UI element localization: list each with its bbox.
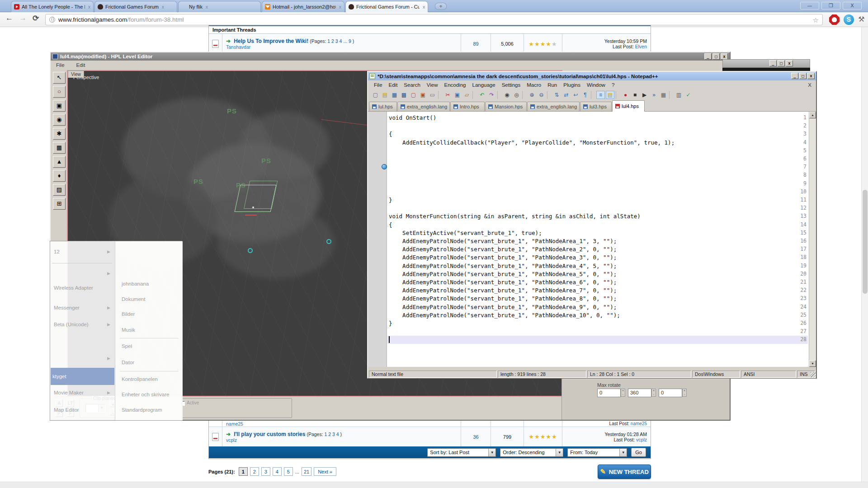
npp-doc-tab-extra-english-lang[interactable]: extra_english.lang	[397, 102, 450, 111]
areas-tool-icon[interactable]: ▦	[53, 142, 66, 154]
line-number[interactable]: 26	[793, 320, 807, 326]
scroll-down-arrow[interactable]: ▼	[809, 360, 816, 367]
page-button-4[interactable]: 4	[273, 467, 282, 476]
line-number[interactable]: 28	[793, 336, 807, 343]
line-number[interactable]: 5	[793, 147, 807, 154]
npp-doc-tab-extra-english-lang[interactable]: extra_english.lang	[527, 102, 580, 111]
browser-minimize-button[interactable]: —	[800, 2, 819, 9]
spinner-buttons[interactable]: +-	[682, 389, 687, 397]
browser-tab-5[interactable]: Frictional Games Forum - Custox	[345, 1, 428, 12]
start-menu-item-dokument[interactable]: Dokument	[122, 295, 180, 303]
selected-entity-wireframe[interactable]	[235, 185, 277, 212]
line-number[interactable]: 4	[793, 139, 807, 145]
start-menu-item-12[interactable]: 12▶	[52, 247, 113, 256]
browser-tab-1[interactable]: All The Lonely People - The Bex	[11, 1, 94, 12]
start-menu-item-johnbanana[interactable]: johnbanana	[122, 279, 180, 288]
line-number[interactable]: 17	[793, 246, 807, 252]
browser-tab-3[interactable]: Ny flikx	[178, 1, 261, 12]
find-icon[interactable]: ◉	[503, 91, 511, 99]
indent-guide-icon[interactable]: ▤	[606, 91, 614, 99]
line-number[interactable]: 16	[793, 238, 807, 244]
thread-rating-stars[interactable]: ★★★★★	[524, 427, 562, 446]
npp-menu-search[interactable]: Search	[401, 82, 423, 88]
thread-title-link[interactable]: I'll play your custom stories	[234, 431, 305, 437]
start-menu-item-blank[interactable]: ▶	[52, 269, 113, 278]
start-menu-item-spel[interactable]: Spel	[122, 342, 180, 350]
browser-tab-4[interactable]: Hotmail - john_larsson2@hotmx	[262, 1, 344, 12]
primitives-tool-icon[interactable]: ▲	[53, 156, 66, 168]
page-button-2[interactable]: 2	[250, 467, 259, 476]
run-macro-icon[interactable]: »	[650, 91, 658, 99]
doc-switcher-icon[interactable]: ▥	[675, 91, 683, 99]
npp-doc-tab-intro-hps[interactable]: Intro.hps	[450, 102, 485, 111]
npp-doc-tab-mansion-hps[interactable]: Mansion.hps	[485, 102, 527, 111]
npp-doc-tab-lul4-hps[interactable]: lul4.hps	[612, 100, 645, 112]
tab-close-icon[interactable]: x	[88, 5, 90, 9]
back-button[interactable]: ←	[5, 14, 13, 23]
save-macro-icon[interactable]: ▦	[659, 91, 668, 99]
stop-macro-icon[interactable]: ■	[631, 91, 639, 99]
save-icon[interactable]: ▦	[390, 91, 399, 99]
start-menu-item-bilder[interactable]: Bilder	[122, 310, 180, 318]
spinner-buttons[interactable]: +-	[621, 389, 625, 397]
line-number[interactable]: 21	[793, 279, 807, 285]
hpl-maximize-button[interactable]: □	[712, 53, 720, 60]
line-number[interactable]: 22	[793, 287, 807, 293]
bgwin-maximize-button[interactable]: □	[778, 60, 785, 66]
max-rotate-input-2[interactable]: 360+-	[628, 389, 656, 397]
paragraph-icon[interactable]: ¶	[581, 91, 590, 99]
print-icon[interactable]: ▭	[428, 91, 437, 99]
close-file-icon[interactable]: ▢	[409, 91, 418, 99]
order-select[interactable]: Order: Descending▼	[500, 448, 563, 457]
line-number[interactable]: 20	[793, 271, 807, 277]
thread-author-link[interactable]: vcplz	[226, 437, 237, 443]
start-menu-item-ktyget[interactable]: ktyget	[51, 368, 114, 385]
npp-menu-settings[interactable]: Settings	[499, 82, 524, 88]
settings-wrench-icon[interactable]: ⚒	[856, 14, 867, 25]
npp-menu-language[interactable]: Language	[469, 82, 498, 88]
start-menu-item-dator[interactable]: Dator	[122, 358, 180, 366]
start-menu-item-wireless-adapter[interactable]: Wireless Adapter	[52, 283, 113, 292]
start-menu-item-map-editor[interactable]: Map Editor	[52, 405, 113, 414]
npp-menu-run[interactable]: Run	[544, 82, 560, 88]
bgwin-minimize-button[interactable]: _	[769, 60, 777, 66]
browser-tab-2[interactable]: Frictional Games Forumx	[94, 1, 177, 12]
skype-icon[interactable]: S	[844, 14, 854, 25]
page-next-button[interactable]: Next »	[314, 467, 336, 476]
hpl-minimize-button[interactable]: _	[704, 53, 712, 60]
npp-menu-help[interactable]: ?	[609, 82, 618, 88]
npp-menu-plugins[interactable]: Plugins	[560, 82, 584, 88]
from-select[interactable]: From: Today▼	[567, 448, 627, 457]
npp-menu-window[interactable]: Window	[584, 82, 609, 88]
line-number[interactable]: 14	[793, 221, 807, 228]
scroll-up-arrow[interactable]: ▲	[809, 112, 816, 118]
thread-replies[interactable]: 36	[461, 427, 491, 446]
redo-icon[interactable]: ↷	[487, 91, 496, 99]
line-number[interactable]: 12	[793, 205, 807, 211]
start-menu-item-kontrollpanelen[interactable]: Kontrollpanelen	[122, 375, 180, 383]
background-window-title-bar[interactable]	[722, 59, 810, 68]
npp-editor-area[interactable]: 1void OnStart()23{4 AddEntityCollideCall…	[368, 112, 809, 367]
line-number[interactable]: 23	[793, 295, 807, 301]
line-number[interactable]: 9	[793, 180, 807, 187]
npp-minimize-button[interactable]: _	[791, 73, 798, 79]
new-tab-button[interactable]: +	[435, 3, 447, 10]
page-button-3[interactable]: 3	[261, 467, 270, 476]
start-menu-item-messenger[interactable]: Messenger▶	[52, 303, 113, 312]
start-menu-item-musik[interactable]: Musik	[122, 325, 180, 334]
hpl-close-button[interactable]: x	[721, 53, 728, 60]
line-number[interactable]: 19	[793, 263, 807, 269]
scrollbar-thumb[interactable]	[863, 190, 868, 294]
zoom-in-icon[interactable]: ⊕	[528, 91, 536, 99]
page-button-1[interactable]: 1	[239, 467, 248, 476]
npp-maximize-button[interactable]: □	[799, 73, 807, 79]
bgwin-close-button[interactable]: x	[786, 60, 793, 66]
entities-tool-icon[interactable]: ♦	[53, 170, 66, 182]
line-number[interactable]: 6	[793, 155, 807, 162]
copy-icon[interactable]: ▣	[453, 91, 462, 99]
new-thread-button[interactable]: ✎ NEW THREAD	[598, 465, 651, 479]
npp-doc-tab-lul3-hps[interactable]: lul3.hps	[580, 102, 612, 111]
save-all-icon[interactable]: ▩	[400, 91, 408, 99]
tab-close-icon[interactable]: x	[162, 5, 164, 9]
npp-menu-file[interactable]: File	[371, 82, 386, 88]
